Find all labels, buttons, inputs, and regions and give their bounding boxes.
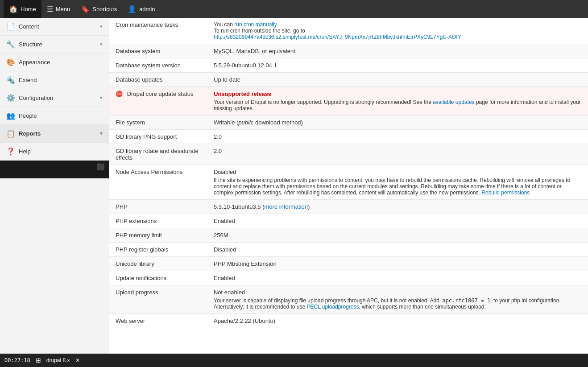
shortcuts-icon: 🔖 xyxy=(81,5,90,13)
row-label: GD library rotate and desaturate effects xyxy=(109,144,207,165)
row-value: 5.3.10-1ubuntu3.5 (more information) xyxy=(207,200,588,214)
admin-icon: 👤 xyxy=(128,5,137,13)
row-value: Unsupported release Your version of Drup… xyxy=(207,87,588,115)
row-label: Node Access Permissions xyxy=(109,165,207,200)
cron-url-link[interactable]: http://s832099447a4dc36.s2.simplytest.me… xyxy=(214,34,461,40)
configuration-icon: ⚙️ xyxy=(6,94,15,102)
row-label: Web server xyxy=(109,314,207,328)
bottom-bar-grid-icon: ⊞ xyxy=(36,357,41,364)
collapse-icon[interactable]: ⬛ xyxy=(97,163,104,170)
row-value: Up to date xyxy=(207,73,588,87)
row-value: Writable (public download method) xyxy=(207,115,588,130)
table-row: Database updates Up to date xyxy=(109,73,588,87)
sidebar-people-label: People xyxy=(19,112,103,119)
nav-menu-label: Menu xyxy=(56,6,70,12)
sidebar-item-structure[interactable]: 🔧 Structure ▾ xyxy=(0,36,109,54)
error-icon: ⛔ xyxy=(116,91,123,97)
bottom-bar: 00:27:18 ⊞ drupal 8.x ✕ xyxy=(0,354,588,367)
php-more-info-link[interactable]: more information xyxy=(265,203,308,210)
nav-home-label: Home xyxy=(21,6,36,12)
upload-desc: Your server is capable of displaying fil… xyxy=(214,297,582,310)
table-row: Upload progress Not enabled Your server … xyxy=(109,285,588,314)
row-value: PHP Mbstring Extension xyxy=(207,257,588,271)
nav-shortcuts-label: Shortcuts xyxy=(92,6,117,12)
php-version: 5.3.10-1ubuntu3.5 xyxy=(214,203,261,210)
permissions-desc: If the site is experiencing problems wit… xyxy=(214,177,582,196)
sidebar-item-help[interactable]: ❓ Help xyxy=(0,143,109,161)
sidebar-extend-label: Extend xyxy=(19,77,103,83)
table-row: File system Writable (public download me… xyxy=(109,115,588,130)
table-row: PHP memory limit 256M xyxy=(109,228,588,243)
sidebar-item-configuration[interactable]: ⚙️ Configuration ▾ xyxy=(0,89,109,107)
sidebar-configuration-label: Configuration xyxy=(19,95,96,101)
pecl-link[interactable]: PECL uploadprogress xyxy=(307,304,359,310)
row-label: PHP xyxy=(109,200,207,214)
nav-menu[interactable]: ☰ Menu xyxy=(41,0,76,18)
table-row: Cron maintenance tasks You can run cron … xyxy=(109,18,588,44)
sidebar-item-reports[interactable]: 📋 Reports ▾ xyxy=(0,125,109,143)
table-row: Unicode library PHP Mbstring Extension xyxy=(109,257,588,271)
row-value: MySQL, MariaDB, or equivalent xyxy=(207,44,588,58)
row-label: Database system version xyxy=(109,58,207,73)
table-row: GD library PNG support 2.0 xyxy=(109,130,588,144)
table-row: GD library rotate and desaturate effects… xyxy=(109,144,588,165)
run-cron-link[interactable]: run cron manually xyxy=(234,21,277,28)
sidebar-item-people[interactable]: 👥 People xyxy=(0,107,109,125)
sidebar-content-label: Content xyxy=(19,23,96,30)
row-value: Enabled xyxy=(207,271,588,285)
sidebar-structure-label: Structure xyxy=(19,41,96,48)
sidebar-collapse[interactable]: ⬛ xyxy=(0,161,109,173)
status-table: Cron maintenance tasks You can run cron … xyxy=(109,18,588,328)
bottom-bar-close-button[interactable]: ✕ xyxy=(75,357,80,363)
table-row: PHP 5.3.10-1ubuntu3.5 (more information) xyxy=(109,200,588,214)
sidebar-help-label: Help xyxy=(19,148,103,155)
home-icon: 🏠 xyxy=(9,5,18,13)
bottom-bar-time: 00:27:18 xyxy=(4,357,30,363)
upload-status: Not enabled xyxy=(214,289,582,296)
row-label: PHP extensions xyxy=(109,214,207,228)
people-icon: 👥 xyxy=(6,111,15,120)
bottom-bar-app: drupal 8.x xyxy=(46,357,70,363)
row-value: Disabled If the site is experiencing pro… xyxy=(207,165,588,200)
sidebar-black-area: ⬛ xyxy=(0,161,109,178)
sidebar: 📄 Content ▾ 🔧 Structure ▾ 🎨 Appearance 🔩… xyxy=(0,18,109,354)
table-row-warning: ⛔ Drupal core update status Unsupported … xyxy=(109,87,588,115)
available-updates-link[interactable]: available updates xyxy=(433,99,474,105)
sidebar-item-extend[interactable]: 🔩 Extend xyxy=(0,71,109,89)
sidebar-item-appearance[interactable]: 🎨 Appearance xyxy=(0,54,109,71)
rebuild-permissions-link[interactable]: Rebuild permissions xyxy=(481,190,530,196)
nav-admin-label: admin xyxy=(139,6,155,12)
row-value: 2.0 xyxy=(207,144,588,165)
top-nav: 🏠 Home ☰ Menu 🔖 Shortcuts 👤 admin xyxy=(0,0,588,18)
row-label: GD library PNG support xyxy=(109,130,207,144)
sidebar-appearance-label: Appearance xyxy=(19,59,103,66)
main-content: Cron maintenance tasks You can run cron … xyxy=(109,18,588,354)
chevron-down-icon: ▾ xyxy=(100,41,103,47)
table-row: PHP register globals Disabled xyxy=(109,243,588,257)
reports-icon: 📋 xyxy=(6,129,15,138)
main-layout: 📄 Content ▾ 🔧 Structure ▾ 🎨 Appearance 🔩… xyxy=(0,18,588,354)
row-label: PHP memory limit xyxy=(109,228,207,243)
cron-line2: To run cron from outside the site, go to… xyxy=(214,28,582,40)
row-label: File system xyxy=(109,115,207,130)
row-value: Not enabled Your server is capable of di… xyxy=(207,285,588,314)
permissions-status: Disabled xyxy=(214,169,582,175)
unsupported-release-label: Unsupported release xyxy=(214,91,582,97)
structure-icon: 🔧 xyxy=(6,40,15,49)
help-icon: ❓ xyxy=(6,147,15,156)
nav-home[interactable]: 🏠 Home xyxy=(4,0,41,18)
row-value: 256M xyxy=(207,228,588,243)
chevron-down-icon: ▾ xyxy=(100,95,103,101)
row-label: Upload progress xyxy=(109,285,207,314)
nav-admin[interactable]: 👤 admin xyxy=(122,0,160,18)
table-row: Update notifications Enabled xyxy=(109,271,588,285)
content-icon: 📄 xyxy=(6,22,15,31)
unsupported-release-desc: Your version of Drupal is no longer supp… xyxy=(214,99,582,111)
table-row: Database system MySQL, MariaDB, or equiv… xyxy=(109,44,588,58)
apc-code: apc.rfc1867 = 1 xyxy=(441,297,492,304)
sidebar-item-content[interactable]: 📄 Content ▾ xyxy=(0,18,109,36)
public-text: public xyxy=(238,119,253,126)
row-value: 2.0 xyxy=(207,130,588,144)
nav-shortcuts[interactable]: 🔖 Shortcuts xyxy=(75,0,122,18)
row-value: Apache/2.2.22 (Ubuntu) xyxy=(207,314,588,328)
